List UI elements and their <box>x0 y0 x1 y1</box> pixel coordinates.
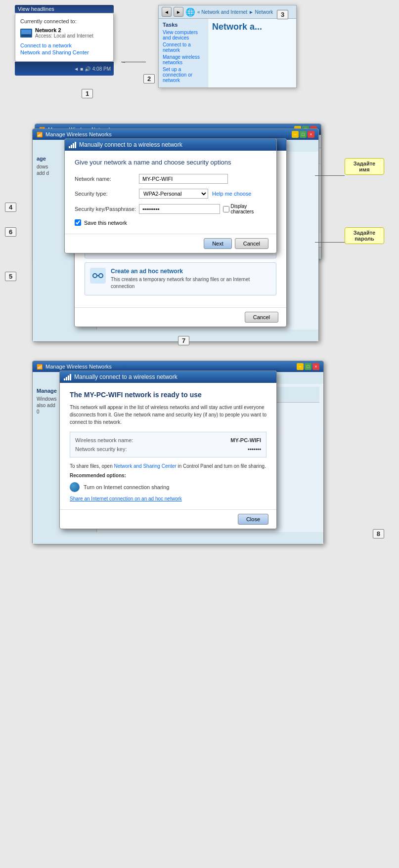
ready-heading: The MY-PC-WIFI network is ready to use <box>70 391 266 399</box>
name-dialog-title-text: Manually connect to a wireless network <box>79 141 182 148</box>
security-type-select[interactable]: WPA2-Personal <box>139 189 208 199</box>
recommended-label: Recommended options: <box>70 473 266 478</box>
svg-rect-1 <box>21 30 31 34</box>
signal-icon-2 <box>69 141 76 148</box>
callout-pass: Задайте пароль <box>345 227 384 244</box>
security-type-label: Security type: <box>75 191 139 197</box>
option3-desc: This creates a temporary network for sha… <box>111 276 271 290</box>
security-key-value: ••••••• <box>248 446 261 452</box>
step-6-label: 6 <box>5 227 16 237</box>
network-icon <box>20 29 32 38</box>
step-7-label: 7 <box>178 336 189 345</box>
step-3-label: 3 <box>277 10 288 19</box>
step-2-label: 2 <box>143 74 155 83</box>
security-key-row: Security key/Passphrase: Display charact… <box>75 204 266 214</box>
share-info: To share files, open Network and Sharing… <box>70 463 266 469</box>
cancel-btn[interactable]: Cancel <box>245 312 278 323</box>
minimize-btn-3[interactable]: − <box>297 363 304 370</box>
task-view-computers[interactable]: View computers and devices <box>163 30 204 41</box>
callout-name: Задайте имя <box>345 158 384 175</box>
close-btn-2[interactable]: × <box>308 131 314 138</box>
network-popup: Currently connected to: Network 2 Access… <box>15 13 114 62</box>
network-area-title: Network a... <box>212 22 292 32</box>
back-btn[interactable]: ◄ <box>162 7 172 17</box>
turn-on-sharing-label: Turn on Internet connection sharing <box>84 484 169 490</box>
ready-dialog-titlebar: Manually connect to a wireless network <box>60 371 276 383</box>
ready-dialog-title-text: Manually connect to a wireless network <box>74 373 177 380</box>
signal-icon-3 <box>64 373 71 380</box>
network-name-label: Network name: <box>75 176 139 182</box>
tasks-panel: ◄ ► 🌐 « Network and Internet ► Network T… <box>158 5 297 88</box>
globe-icon <box>70 482 80 492</box>
maximize-btn-3[interactable]: □ <box>305 363 311 370</box>
close-btn-3[interactable]: × <box>312 363 319 370</box>
step-8-label: 8 <box>373 529 384 538</box>
task-setup-connection[interactable]: Set up a connection or network <box>163 67 204 83</box>
security-key-label: Security key/Passphrase: <box>75 206 139 212</box>
network-name: Network 2 <box>35 27 93 33</box>
display-chars-checkbox[interactable] <box>223 206 229 212</box>
wireless-name-label: Wireless network name: <box>75 437 133 443</box>
name-arrow <box>315 175 345 176</box>
security-key-input[interactable] <box>139 204 220 214</box>
dialog-footer: Cancel <box>75 307 286 327</box>
wireless-name-value: MY-PC-WIFI <box>230 437 261 443</box>
sharing-center-link-2[interactable]: Network and Sharing Center <box>114 463 177 469</box>
adhoc-link[interactable]: Share an Internet connection on an ad ho… <box>70 496 266 501</box>
close-btn-final[interactable]: Close <box>238 514 268 525</box>
next-btn[interactable]: Next <box>204 238 232 249</box>
step-4-label: 4 <box>5 203 16 212</box>
tasks-addressbar: ◄ ► 🌐 « Network and Internet ► Network <box>159 5 296 19</box>
pass-arrow <box>315 242 345 243</box>
ready-body-text: This network will appear in the list of … <box>70 404 266 426</box>
ready-dialog: Manually connect to a wireless network T… <box>59 371 277 529</box>
sharing-center-link[interactable]: Network and Sharing Center <box>20 49 108 55</box>
manage-window-title-3: Manage Wireless Networks <box>45 364 112 370</box>
connect-network-link[interactable]: Connect to a network <box>20 42 108 48</box>
view-headlines-label: View headlines <box>18 6 54 12</box>
svg-rect-2 <box>21 35 31 37</box>
save-network-row: Save this network <box>75 219 266 226</box>
step-1-label: 1 <box>82 89 93 98</box>
name-dialog-body: Give your network a name and choose secu… <box>65 151 276 234</box>
save-network-checkbox[interactable] <box>75 219 81 226</box>
turn-on-sharing-item[interactable]: Turn on Internet connection sharing <box>70 482 266 492</box>
security-type-row: Security type: WPA2-Personal Help me cho… <box>75 189 266 199</box>
minimize-btn-2[interactable]: − <box>292 131 299 138</box>
status-bar-3 <box>33 532 323 544</box>
network-name-input[interactable] <box>139 174 228 184</box>
ready-dialog-body: The MY-PC-WIFI network is ready to use T… <box>60 383 276 509</box>
cancel-btn-2[interactable]: Cancel <box>235 238 268 249</box>
save-network-label: Save this network <box>84 220 127 226</box>
name-security-dialog: Manually connect to a wireless network G… <box>64 138 277 253</box>
task-manage-wireless[interactable]: Manage wireless networks <box>163 54 204 65</box>
network-name-row: Network name: <box>75 174 266 184</box>
option3-icon <box>90 268 106 284</box>
name-dialog-footer: Next Cancel <box>65 234 276 253</box>
task-connect-network[interactable]: Connect to a network <box>163 42 204 53</box>
help-link[interactable]: Help me choose <box>212 191 252 197</box>
breadcrumb-path: « Network and Internet ► Network <box>197 9 273 15</box>
arrow-head: → <box>121 59 126 65</box>
maximize-btn-2[interactable]: □ <box>300 131 307 138</box>
display-chars-checkbox-row[interactable]: Display characters <box>223 204 267 214</box>
forward-btn[interactable]: ► <box>174 7 183 17</box>
name-dialog-heading: Give your network a name and choose secu… <box>75 159 266 166</box>
taskbar-icons: ◄ ■ 🔊 <box>74 66 90 72</box>
status-bar-2 <box>33 330 318 341</box>
network-access: Access: Local and Internet <box>35 33 93 39</box>
display-chars-label: Display characters <box>231 204 267 214</box>
manage-window-title-2: Manage Wireless Networks <box>45 131 112 137</box>
option3-title: Create an ad hoc network <box>111 268 271 275</box>
connected-to-label: Currently connected to: <box>20 18 108 24</box>
option-adhoc[interactable]: Create an ad hoc network This creates a … <box>85 262 276 295</box>
step-5-label: 5 <box>5 272 16 281</box>
ready-dialog-footer: Close <box>60 509 276 529</box>
view-headlines-bar: View headlines <box>15 5 114 13</box>
security-key-label: Network security key: <box>75 446 127 452</box>
name-dialog-titlebar: Manually connect to a wireless network <box>65 139 276 151</box>
taskbar-time: 4:08 PM <box>92 66 111 72</box>
taskbar: ◄ ■ 🔊 4:08 PM <box>15 62 114 76</box>
